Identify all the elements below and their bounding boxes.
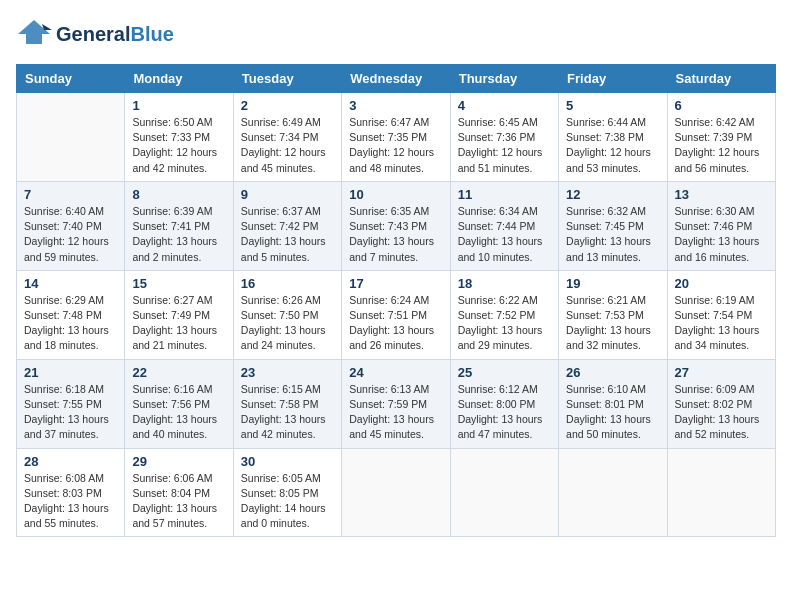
day-info: Sunrise: 6:49 AM Sunset: 7:34 PM Dayligh…	[241, 115, 334, 176]
day-info: Sunrise: 6:27 AM Sunset: 7:49 PM Dayligh…	[132, 293, 225, 354]
day-number: 24	[349, 365, 442, 380]
day-number: 29	[132, 454, 225, 469]
weekday-header-wednesday: Wednesday	[342, 65, 450, 93]
day-info: Sunrise: 6:05 AM Sunset: 8:05 PM Dayligh…	[241, 471, 334, 532]
calendar-cell: 8Sunrise: 6:39 AM Sunset: 7:41 PM Daylig…	[125, 181, 233, 270]
day-number: 13	[675, 187, 768, 202]
day-info: Sunrise: 6:29 AM Sunset: 7:48 PM Dayligh…	[24, 293, 117, 354]
calendar-cell: 7Sunrise: 6:40 AM Sunset: 7:40 PM Daylig…	[17, 181, 125, 270]
day-info: Sunrise: 6:30 AM Sunset: 7:46 PM Dayligh…	[675, 204, 768, 265]
day-number: 3	[349, 98, 442, 113]
day-info: Sunrise: 6:09 AM Sunset: 8:02 PM Dayligh…	[675, 382, 768, 443]
day-info: Sunrise: 6:44 AM Sunset: 7:38 PM Dayligh…	[566, 115, 659, 176]
day-number: 17	[349, 276, 442, 291]
day-number: 25	[458, 365, 551, 380]
day-info: Sunrise: 6:32 AM Sunset: 7:45 PM Dayligh…	[566, 204, 659, 265]
day-number: 10	[349, 187, 442, 202]
day-number: 20	[675, 276, 768, 291]
calendar-cell: 11Sunrise: 6:34 AM Sunset: 7:44 PM Dayli…	[450, 181, 558, 270]
day-number: 22	[132, 365, 225, 380]
day-number: 8	[132, 187, 225, 202]
day-number: 27	[675, 365, 768, 380]
calendar-cell: 20Sunrise: 6:19 AM Sunset: 7:54 PM Dayli…	[667, 270, 775, 359]
day-info: Sunrise: 6:22 AM Sunset: 7:52 PM Dayligh…	[458, 293, 551, 354]
day-number: 16	[241, 276, 334, 291]
day-info: Sunrise: 6:34 AM Sunset: 7:44 PM Dayligh…	[458, 204, 551, 265]
day-info: Sunrise: 6:19 AM Sunset: 7:54 PM Dayligh…	[675, 293, 768, 354]
day-number: 18	[458, 276, 551, 291]
calendar-cell: 25Sunrise: 6:12 AM Sunset: 8:00 PM Dayli…	[450, 359, 558, 448]
calendar-cell	[17, 93, 125, 182]
calendar-week-row: 1Sunrise: 6:50 AM Sunset: 7:33 PM Daylig…	[17, 93, 776, 182]
calendar-cell: 2Sunrise: 6:49 AM Sunset: 7:34 PM Daylig…	[233, 93, 341, 182]
weekday-header-sunday: Sunday	[17, 65, 125, 93]
day-info: Sunrise: 6:15 AM Sunset: 7:58 PM Dayligh…	[241, 382, 334, 443]
calendar-cell	[450, 448, 558, 537]
calendar-cell: 16Sunrise: 6:26 AM Sunset: 7:50 PM Dayli…	[233, 270, 341, 359]
day-number: 11	[458, 187, 551, 202]
day-number: 4	[458, 98, 551, 113]
day-info: Sunrise: 6:24 AM Sunset: 7:51 PM Dayligh…	[349, 293, 442, 354]
calendar-cell: 12Sunrise: 6:32 AM Sunset: 7:45 PM Dayli…	[559, 181, 667, 270]
calendar-cell: 5Sunrise: 6:44 AM Sunset: 7:38 PM Daylig…	[559, 93, 667, 182]
calendar-cell	[667, 448, 775, 537]
calendar-cell: 3Sunrise: 6:47 AM Sunset: 7:35 PM Daylig…	[342, 93, 450, 182]
calendar-cell: 27Sunrise: 6:09 AM Sunset: 8:02 PM Dayli…	[667, 359, 775, 448]
day-info: Sunrise: 6:18 AM Sunset: 7:55 PM Dayligh…	[24, 382, 117, 443]
day-number: 23	[241, 365, 334, 380]
day-number: 2	[241, 98, 334, 113]
day-number: 9	[241, 187, 334, 202]
calendar-cell: 6Sunrise: 6:42 AM Sunset: 7:39 PM Daylig…	[667, 93, 775, 182]
weekday-header-friday: Friday	[559, 65, 667, 93]
calendar-cell: 21Sunrise: 6:18 AM Sunset: 7:55 PM Dayli…	[17, 359, 125, 448]
calendar-cell	[559, 448, 667, 537]
day-info: Sunrise: 6:40 AM Sunset: 7:40 PM Dayligh…	[24, 204, 117, 265]
day-number: 14	[24, 276, 117, 291]
calendar-cell: 18Sunrise: 6:22 AM Sunset: 7:52 PM Dayli…	[450, 270, 558, 359]
day-number: 1	[132, 98, 225, 113]
day-info: Sunrise: 6:08 AM Sunset: 8:03 PM Dayligh…	[24, 471, 117, 532]
calendar-cell: 9Sunrise: 6:37 AM Sunset: 7:42 PM Daylig…	[233, 181, 341, 270]
day-info: Sunrise: 6:35 AM Sunset: 7:43 PM Dayligh…	[349, 204, 442, 265]
day-number: 5	[566, 98, 659, 113]
calendar-cell: 10Sunrise: 6:35 AM Sunset: 7:43 PM Dayli…	[342, 181, 450, 270]
day-info: Sunrise: 6:21 AM Sunset: 7:53 PM Dayligh…	[566, 293, 659, 354]
calendar-cell: 14Sunrise: 6:29 AM Sunset: 7:48 PM Dayli…	[17, 270, 125, 359]
day-info: Sunrise: 6:37 AM Sunset: 7:42 PM Dayligh…	[241, 204, 334, 265]
calendar-cell: 13Sunrise: 6:30 AM Sunset: 7:46 PM Dayli…	[667, 181, 775, 270]
weekday-header-monday: Monday	[125, 65, 233, 93]
calendar-week-row: 28Sunrise: 6:08 AM Sunset: 8:03 PM Dayli…	[17, 448, 776, 537]
calendar-table: SundayMondayTuesdayWednesdayThursdayFrid…	[16, 64, 776, 537]
day-number: 12	[566, 187, 659, 202]
day-info: Sunrise: 6:16 AM Sunset: 7:56 PM Dayligh…	[132, 382, 225, 443]
calendar-cell: 28Sunrise: 6:08 AM Sunset: 8:03 PM Dayli…	[17, 448, 125, 537]
day-number: 15	[132, 276, 225, 291]
calendar-week-row: 14Sunrise: 6:29 AM Sunset: 7:48 PM Dayli…	[17, 270, 776, 359]
calendar-cell: 22Sunrise: 6:16 AM Sunset: 7:56 PM Dayli…	[125, 359, 233, 448]
calendar-cell: 26Sunrise: 6:10 AM Sunset: 8:01 PM Dayli…	[559, 359, 667, 448]
weekday-header-saturday: Saturday	[667, 65, 775, 93]
day-number: 28	[24, 454, 117, 469]
logo-bird-icon	[16, 16, 52, 52]
logo: GeneralBlue	[16, 16, 174, 52]
calendar-cell: 23Sunrise: 6:15 AM Sunset: 7:58 PM Dayli…	[233, 359, 341, 448]
day-info: Sunrise: 6:45 AM Sunset: 7:36 PM Dayligh…	[458, 115, 551, 176]
calendar-week-row: 7Sunrise: 6:40 AM Sunset: 7:40 PM Daylig…	[17, 181, 776, 270]
day-info: Sunrise: 6:42 AM Sunset: 7:39 PM Dayligh…	[675, 115, 768, 176]
day-info: Sunrise: 6:10 AM Sunset: 8:01 PM Dayligh…	[566, 382, 659, 443]
day-info: Sunrise: 6:13 AM Sunset: 7:59 PM Dayligh…	[349, 382, 442, 443]
calendar-cell	[342, 448, 450, 537]
day-info: Sunrise: 6:26 AM Sunset: 7:50 PM Dayligh…	[241, 293, 334, 354]
day-info: Sunrise: 6:12 AM Sunset: 8:00 PM Dayligh…	[458, 382, 551, 443]
calendar-cell: 15Sunrise: 6:27 AM Sunset: 7:49 PM Dayli…	[125, 270, 233, 359]
calendar-cell: 4Sunrise: 6:45 AM Sunset: 7:36 PM Daylig…	[450, 93, 558, 182]
calendar-cell: 29Sunrise: 6:06 AM Sunset: 8:04 PM Dayli…	[125, 448, 233, 537]
calendar-cell: 1Sunrise: 6:50 AM Sunset: 7:33 PM Daylig…	[125, 93, 233, 182]
day-info: Sunrise: 6:39 AM Sunset: 7:41 PM Dayligh…	[132, 204, 225, 265]
day-number: 6	[675, 98, 768, 113]
weekday-header-row: SundayMondayTuesdayWednesdayThursdayFrid…	[17, 65, 776, 93]
calendar-cell: 19Sunrise: 6:21 AM Sunset: 7:53 PM Dayli…	[559, 270, 667, 359]
logo-text: GeneralBlue	[56, 23, 174, 46]
day-number: 7	[24, 187, 117, 202]
svg-marker-0	[18, 20, 50, 44]
